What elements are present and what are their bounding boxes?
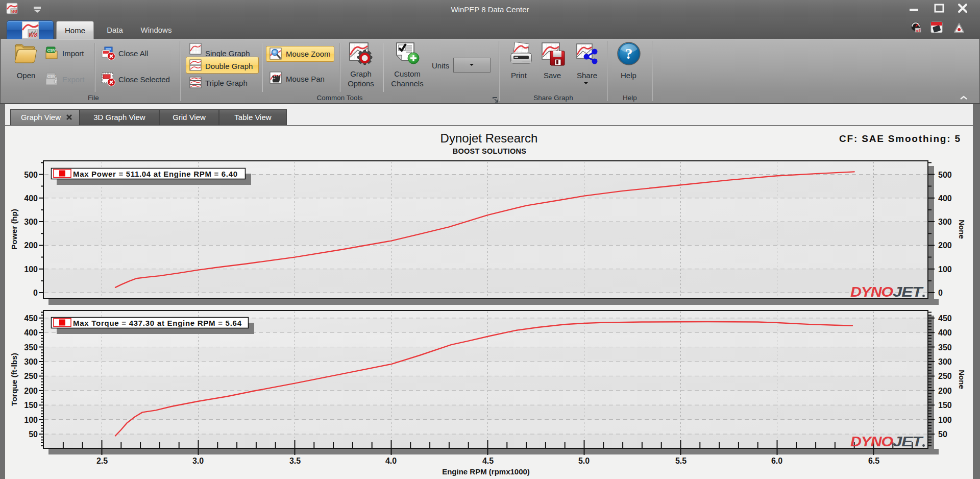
- svg-text:DYNO: DYNO: [850, 434, 893, 449]
- svg-text:3.0: 3.0: [192, 457, 204, 465]
- svg-text:400: 400: [24, 194, 38, 203]
- svg-text:100: 100: [24, 265, 38, 274]
- svg-text:300: 300: [24, 357, 38, 366]
- svg-text:450: 450: [938, 314, 952, 323]
- svg-text:150: 150: [24, 401, 38, 410]
- svg-text:0: 0: [938, 289, 943, 297]
- svg-text:400: 400: [938, 194, 952, 203]
- svg-text:100: 100: [938, 416, 952, 424]
- svg-text:200: 200: [24, 387, 38, 395]
- svg-text:DYNO: DYNO: [850, 284, 893, 300]
- svg-text:200: 200: [938, 241, 952, 250]
- svg-text:JET: JET: [893, 434, 924, 449]
- svg-text:6.0: 6.0: [771, 457, 782, 465]
- svg-text:0: 0: [33, 289, 38, 297]
- svg-text:Max Power = 511.04 at Engine R: Max Power = 511.04 at Engine RPM = 6.40: [73, 170, 237, 178]
- svg-text:JET: JET: [893, 284, 924, 300]
- svg-text:300: 300: [938, 357, 952, 366]
- svg-text:300: 300: [24, 218, 38, 226]
- svg-text:5.0: 5.0: [578, 457, 590, 465]
- svg-text:?: ?: [625, 45, 633, 62]
- svg-text:100: 100: [938, 265, 952, 274]
- svg-text:150: 150: [938, 401, 952, 410]
- svg-text:250: 250: [24, 372, 38, 380]
- svg-text:W8: W8: [11, 9, 18, 14]
- svg-text:450: 450: [24, 314, 38, 323]
- svg-text:w8: w8: [916, 29, 920, 32]
- svg-text:400: 400: [938, 328, 952, 337]
- svg-text:CF: SAE Smoothing: 5: CF: SAE Smoothing: 5: [839, 133, 960, 144]
- svg-text:350: 350: [938, 343, 952, 352]
- svg-text:CSV: CSV: [47, 48, 56, 53]
- svg-text:CSV: CSV: [47, 74, 56, 79]
- svg-text:BOOST SOLUTIONS: BOOST SOLUTIONS: [453, 147, 527, 155]
- svg-text:Dynojet Research: Dynojet Research: [440, 131, 538, 145]
- svg-text:350: 350: [24, 343, 38, 352]
- svg-text:100: 100: [24, 416, 38, 424]
- svg-text:Engine RPM (rpmx1000): Engine RPM (rpmx1000): [442, 467, 530, 476]
- svg-text:W8: W8: [29, 32, 37, 38]
- svg-text:500: 500: [24, 171, 38, 179]
- svg-text:50: 50: [29, 430, 38, 439]
- svg-text:Power (hp): Power (hp): [10, 209, 18, 250]
- svg-text:250: 250: [938, 372, 952, 380]
- svg-text:4.0: 4.0: [385, 457, 397, 465]
- svg-text:6.5: 6.5: [868, 457, 879, 465]
- svg-text:2.5: 2.5: [96, 457, 108, 465]
- svg-text:None: None: [958, 370, 966, 389]
- svg-text:5.5: 5.5: [675, 457, 687, 465]
- svg-text:4.5: 4.5: [482, 457, 494, 465]
- svg-text:300: 300: [938, 218, 952, 226]
- svg-text:Max Torque = 437.30 at Engine: Max Torque = 437.30 at Engine RPM = 5.64: [73, 319, 242, 327]
- svg-text:400: 400: [24, 328, 38, 337]
- svg-text:200: 200: [24, 241, 38, 250]
- svg-text:None: None: [958, 220, 966, 239]
- svg-text:200: 200: [938, 387, 952, 395]
- svg-text:3.5: 3.5: [289, 457, 301, 465]
- svg-text:500: 500: [938, 171, 952, 179]
- svg-text:50: 50: [938, 430, 947, 439]
- svg-text:Torque (ft-lbs): Torque (ft-lbs): [10, 353, 18, 406]
